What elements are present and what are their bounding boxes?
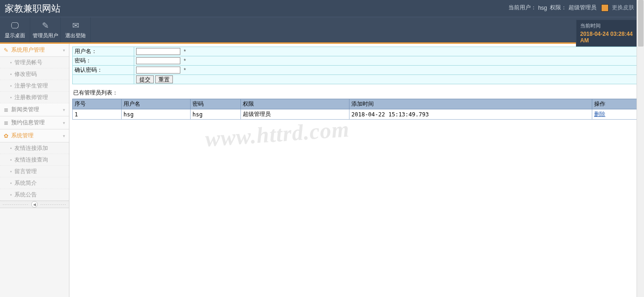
admin-list-table: 序号 用户名 密码 权限 添加时间 操作 1hsghsg超级管理员2018-04…	[72, 99, 641, 120]
header: 家教兼职网站 当前用户： hsg 权限： 超级管理员 更换皮肤 ▾	[0, 0, 644, 17]
admin-user-label: 管理员用户	[33, 32, 58, 39]
main-area: ✎系统用户管理▾管理员帐号修改密码注册学生管理注册教师管理≣新闻类管理▾≣预约信…	[0, 44, 644, 297]
show-desktop-label: 显示桌面	[5, 32, 25, 39]
password-cell: *	[134, 56, 641, 66]
username-label: 用户名：	[73, 47, 134, 56]
confirm-cell: *	[134, 66, 641, 75]
col-action: 操作	[592, 99, 641, 109]
cell-role: 超级管理员	[241, 109, 349, 120]
window-scrollbar[interactable]	[637, 0, 644, 297]
form-buttons	[134, 75, 641, 84]
chevron-down-icon: ▾	[63, 121, 65, 125]
confirm-password-input[interactable]	[136, 67, 180, 74]
role-label: 权限：	[550, 4, 567, 12]
required-mark: *	[184, 58, 186, 64]
current-user-value: hsg	[538, 5, 547, 11]
clock-box: 当前时间 2018-04-24 03:28:44 AM	[576, 20, 641, 47]
col-addtime: 添加时间	[349, 99, 592, 109]
nav-item[interactable]: 管理员帐号	[0, 57, 69, 68]
password-label: 密码：	[73, 56, 134, 66]
cell-password: hsg	[191, 109, 241, 120]
col-password: 密码	[191, 99, 241, 109]
envelope-icon: ✉	[72, 20, 79, 31]
site-title: 家教兼职网站	[5, 2, 61, 15]
skin-switch-label[interactable]: 更换皮肤	[612, 4, 634, 12]
nav-group-label: 预约信息管理	[11, 119, 45, 127]
nav-item[interactable]: 友情连接查询	[0, 154, 69, 166]
sidebar-collapse-handle[interactable]: ◀	[0, 201, 69, 208]
user-mgmt-icon: ✎	[4, 47, 8, 54]
nav-item[interactable]: 留言管理	[0, 166, 69, 177]
username-input[interactable]	[136, 48, 180, 55]
required-mark: *	[184, 67, 186, 74]
nav-group-booking-mgmt[interactable]: ≣预约信息管理▾	[0, 116, 69, 129]
clock-time: 2018-04-24 03:28:44 AM	[580, 31, 637, 44]
col-index: 序号	[73, 99, 122, 109]
admin-user-button[interactable]: ✎ 管理员用户	[30, 17, 61, 42]
password-input[interactable]	[136, 57, 180, 64]
header-right: 当前用户： hsg 权限： 超级管理员 更换皮肤 ▾	[508, 4, 639, 12]
required-mark: *	[184, 48, 186, 55]
confirm-label: 确认密码：	[73, 66, 134, 75]
table-row: 1hsghsg超级管理员2018-04-22 15:13:49.793删除	[73, 109, 641, 120]
nav-item[interactable]: 友情连接添加	[0, 142, 69, 154]
nav-group-label: 系统管理	[11, 132, 34, 140]
reset-button[interactable]	[155, 75, 173, 83]
current-user-label: 当前用户：	[508, 4, 536, 12]
col-role: 权限	[241, 99, 349, 109]
pencil-icon: ✎	[42, 20, 49, 31]
scrollbar-thumb[interactable]	[638, 0, 644, 47]
nav-item[interactable]: 系统简介	[0, 177, 69, 189]
username-cell: *	[134, 47, 641, 56]
chevron-down-icon: ▾	[63, 48, 65, 53]
nav-item[interactable]: 系统公告	[0, 189, 69, 201]
cell-index: 1	[73, 109, 122, 120]
nav-group-label: 新闻类管理	[11, 106, 39, 114]
nav-item[interactable]: 注册学生管理	[0, 80, 69, 92]
nav-group-label: 系统用户管理	[11, 46, 45, 54]
admin-form-table: 用户名： * 密码： * 确认密码： *	[72, 47, 641, 84]
monitor-icon: 🖵	[11, 21, 19, 31]
logout-button[interactable]: ✉ 退出登陆	[61, 17, 91, 42]
show-desktop-button[interactable]: 🖵 显示桌面	[0, 17, 30, 42]
role-value: 超级管理员	[569, 4, 596, 12]
nav-group-user-mgmt[interactable]: ✎系统用户管理▾	[0, 44, 69, 57]
nav-group-news-mgmt[interactable]: ≣新闻类管理▾	[0, 103, 69, 116]
nav-item[interactable]: 修改密码	[0, 68, 69, 80]
toolbar: 🖵 显示桌面 ✎ 管理员用户 ✉ 退出登陆 当前时间 2018-04-24 03…	[0, 17, 644, 42]
nav-group-sys-mgmt[interactable]: ✿系统管理▾	[0, 129, 69, 142]
col-username: 用户名	[122, 99, 191, 109]
cell-username: hsg	[122, 109, 191, 120]
nav-item[interactable]: 注册教师管理	[0, 92, 69, 103]
chevron-down-icon: ▾	[63, 108, 65, 112]
list-caption: 已有管理员列表：	[73, 89, 641, 97]
delete-link[interactable]: 删除	[594, 111, 605, 117]
sidebar: ✎系统用户管理▾管理员帐号修改密码注册学生管理注册教师管理≣新闻类管理▾≣预约信…	[0, 44, 69, 297]
submit-button[interactable]	[136, 75, 154, 83]
chevron-left-icon: ◀	[31, 201, 38, 208]
clock-label: 当前时间	[580, 22, 637, 29]
sys-mgmt-icon: ✿	[4, 133, 8, 139]
content: 用户名： * 密码： * 确认密码： *	[69, 44, 644, 297]
skin-icon[interactable]	[601, 4, 609, 12]
logout-label: 退出登陆	[65, 32, 86, 39]
chevron-down-icon: ▾	[63, 134, 65, 138]
cell-add_time: 2018-04-22 15:13:49.793	[349, 109, 592, 120]
news-mgmt-icon: ≣	[4, 107, 8, 113]
button-row-spacer	[73, 75, 134, 84]
booking-mgmt-icon: ≣	[4, 120, 8, 126]
cell-action: 删除	[592, 109, 641, 120]
